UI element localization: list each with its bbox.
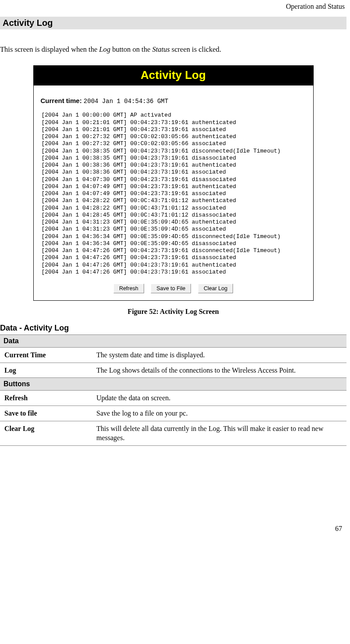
log-line: [2004 Jan 1 00:21:01 GMT] 00:04:23:73:19… — [42, 119, 305, 126]
table-term: Save to file — [0, 406, 92, 421]
log-line: [2004 Jan 1 04:47:26 GMT] 00:04:23:73:19… — [42, 262, 305, 269]
log-line: [2004 Jan 1 04:36:34 GMT] 00:0E:35:09:4D… — [42, 240, 305, 247]
log-line: [2004 Jan 1 00:00:00 GMT] AP activated — [42, 112, 305, 119]
intro-em-log: Log — [99, 45, 110, 53]
table-desc: The system date and time is displayed. — [92, 348, 346, 363]
table-row: RefreshUpdate the data on screen. — [0, 391, 346, 406]
intro-text: This screen is displayed when the — [0, 45, 99, 53]
table-term: Clear Log — [0, 421, 92, 445]
figure-button-row: Refresh Save to File Clear Log — [41, 279, 306, 295]
figure-caption: Figure 52: Activity Log Screen — [0, 301, 346, 319]
log-line: [2004 Jan 1 00:27:32 GMT] 00:C0:02:03:05… — [42, 133, 305, 140]
log-line: [2004 Jan 1 00:38:35 GMT] 00:04:23:73:19… — [42, 148, 305, 155]
table-group-data: Data — [0, 335, 346, 348]
refresh-button[interactable]: Refresh — [113, 284, 144, 293]
log-line: [2004 Jan 1 04:47:26 GMT] 00:04:23:73:19… — [42, 254, 305, 261]
page-number: 67 — [0, 446, 346, 537]
log-line: [2004 Jan 1 04:28:22 GMT] 00:0C:43:71:01… — [42, 197, 305, 204]
log-line: [2004 Jan 1 04:28:45 GMT] 00:0C:43:71:01… — [42, 212, 305, 219]
table-group-buttons: Buttons — [0, 378, 346, 391]
intro-paragraph: This screen is displayed when the Log bu… — [0, 37, 346, 58]
figure-titlebar: Activity Log — [34, 66, 313, 85]
intro-text: button on the — [110, 45, 152, 53]
table-row: Clear LogThis will delete all data curre… — [0, 421, 346, 445]
log-line: [2004 Jan 1 04:07:49 GMT] 00:04:23:73:19… — [42, 183, 305, 190]
table-desc: Update the data on screen. — [92, 391, 346, 406]
intro-em-status: Status — [152, 45, 170, 53]
table-desc: The Log shows details of the connections… — [92, 363, 346, 378]
table-row: Current TimeThe system date and time is … — [0, 348, 346, 363]
log-line: [2004 Jan 1 04:31:23 GMT] 00:0E:35:09:4D… — [42, 226, 305, 233]
data-table: Data Current TimeThe system date and tim… — [0, 334, 346, 446]
log-line: [2004 Jan 1 00:27:32 GMT] 00:C0:02:03:05… — [42, 140, 305, 147]
current-time-value: 2004 Jan 1 04:54:36 GMT — [84, 98, 168, 105]
log-output: [2004 Jan 1 00:00:00 GMT] AP activated[2… — [41, 111, 306, 279]
log-line: [2004 Jan 1 00:21:01 GMT] 00:04:23:73:19… — [42, 126, 305, 133]
figure-activity-log: Activity Log Current time: 2004 Jan 1 04… — [33, 65, 314, 301]
log-line: [2004 Jan 1 00:38:36 GMT] 00:04:23:73:19… — [42, 162, 305, 169]
current-time-line: Current time: 2004 Jan 1 04:54:36 GMT — [41, 90, 306, 111]
breadcrumb: Operation and Status — [0, 0, 346, 17]
table-row: LogThe Log shows details of the connecti… — [0, 363, 346, 378]
log-line: [2004 Jan 1 00:38:35 GMT] 00:04:23:73:19… — [42, 155, 305, 162]
log-line: [2004 Jan 1 00:38:36 GMT] 00:04:23:73:19… — [42, 169, 305, 176]
log-line: [2004 Jan 1 04:31:23 GMT] 00:0E:35:09:4D… — [42, 219, 305, 226]
log-line: [2004 Jan 1 04:47:26 GMT] 00:04:23:73:19… — [42, 247, 305, 254]
table-term: Log — [0, 363, 92, 378]
figure-body: Current time: 2004 Jan 1 04:54:36 GMT [2… — [34, 85, 313, 300]
log-line: [2004 Jan 1 04:07:49 GMT] 00:04:23:73:19… — [42, 190, 305, 197]
clear-log-button[interactable]: Clear Log — [198, 284, 233, 293]
section-title-activity-log: Activity Log — [0, 17, 346, 29]
table-desc: This will delete all data currently in t… — [92, 421, 346, 445]
table-term: Refresh — [0, 391, 92, 406]
table-term: Current Time — [0, 348, 92, 363]
log-line: [2004 Jan 1 04:47:26 GMT] 00:04:23:73:19… — [42, 269, 305, 276]
table-desc: Save the log to a file on your pc. — [92, 406, 346, 421]
log-line: [2004 Jan 1 04:07:30 GMT] 00:04:23:73:19… — [42, 176, 305, 183]
subheading-data-activity-log: Data - Activity Log — [0, 319, 346, 334]
log-line: [2004 Jan 1 04:36:34 GMT] 00:0E:35:09:4D… — [42, 233, 305, 240]
current-time-label: Current time: — [41, 97, 82, 104]
table-row: Save to fileSave the log to a file on yo… — [0, 406, 346, 421]
save-to-file-button[interactable]: Save to File — [151, 284, 191, 293]
intro-text: screen is clicked. — [170, 45, 221, 53]
log-line: [2004 Jan 1 04:28:22 GMT] 00:0C:43:71:01… — [42, 205, 305, 212]
